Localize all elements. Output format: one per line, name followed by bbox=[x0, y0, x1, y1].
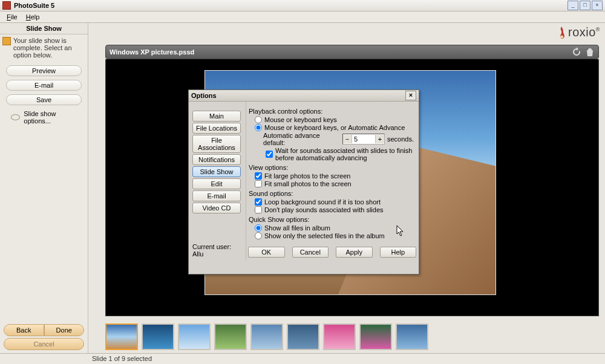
current-user-label: Current user: bbox=[192, 243, 231, 250]
slideshow-options-link[interactable]: Slide show options... bbox=[0, 107, 88, 125]
menu-file[interactable]: File bbox=[2, 12, 22, 22]
thumb-9[interactable] bbox=[396, 323, 428, 350]
thumb-4[interactable] bbox=[214, 323, 247, 350]
check-fit-small[interactable] bbox=[255, 180, 262, 187]
radio-show-all[interactable] bbox=[255, 224, 262, 232]
document-header: Windows XP pictures.pssd bbox=[105, 45, 599, 59]
back-button[interactable]: Back bbox=[4, 324, 44, 336]
apply-button[interactable]: Apply bbox=[336, 247, 373, 258]
trash-icon[interactable] bbox=[585, 47, 595, 57]
email-button[interactable]: E-mail bbox=[6, 80, 82, 91]
tab-file-associations[interactable]: File Associations bbox=[192, 135, 241, 153]
check-loop-bg-label: Loop background sound if it is too short bbox=[264, 198, 381, 206]
tab-video-cd[interactable]: Video CD bbox=[192, 203, 241, 213]
preview-button[interactable]: Preview bbox=[6, 65, 82, 76]
check-wait-sounds[interactable] bbox=[266, 151, 273, 158]
check-fit-large-label: Fit large photos to the screen bbox=[264, 172, 350, 180]
sidebar: Slide Show Your slide show is complete. … bbox=[0, 23, 88, 353]
auto-advance-pre-label: Automatic advance default: bbox=[263, 132, 340, 146]
auto-advance-post-label: seconds. bbox=[387, 135, 414, 143]
thumb-2[interactable] bbox=[142, 323, 174, 350]
options-dialog: Options × Main File Locations File Assoc… bbox=[188, 89, 419, 275]
dialog-panel: Playback control options: Mouse or keybo… bbox=[246, 102, 419, 260]
menu-help[interactable]: Help bbox=[22, 12, 44, 22]
minimize-button[interactable]: _ bbox=[567, 1, 578, 10]
dialog-title: Options bbox=[191, 92, 217, 99]
thumb-5[interactable] bbox=[250, 323, 283, 350]
radio-mouse-keyboard[interactable] bbox=[255, 116, 262, 123]
refresh-icon[interactable] bbox=[572, 47, 581, 57]
auto-advance-value[interactable]: 5 bbox=[352, 135, 375, 143]
check-dont-play[interactable] bbox=[255, 206, 262, 213]
auto-advance-stepper[interactable]: − 5 + bbox=[342, 134, 385, 145]
maximize-button[interactable]: □ bbox=[580, 1, 590, 10]
stepper-minus[interactable]: − bbox=[343, 135, 352, 143]
tab-file-locations[interactable]: File Locations bbox=[192, 123, 241, 134]
slideshow-options-label: Slide show options... bbox=[24, 110, 82, 125]
brand-text: roxio bbox=[568, 25, 596, 39]
radio-auto-advance-label: Mouse or keyboard keys, or Automatic Adv… bbox=[264, 124, 405, 131]
dialog-cancel-button[interactable]: Cancel bbox=[292, 247, 329, 258]
close-button[interactable]: × bbox=[592, 1, 603, 10]
status-bar: Slide 1 of 9 selected bbox=[0, 353, 605, 364]
window-title: PhotoSuite 5 bbox=[14, 2, 566, 9]
sidebar-header: Slide Show bbox=[0, 23, 88, 34]
filmstrip bbox=[105, 320, 599, 353]
view-header: View options: bbox=[249, 164, 414, 171]
tab-slide-show[interactable]: Slide Show bbox=[192, 166, 241, 177]
cancel-button[interactable]: Cancel bbox=[4, 338, 84, 350]
check-fit-small-label: Fit small photos to the screen bbox=[264, 180, 352, 187]
thumb-1[interactable] bbox=[105, 323, 138, 350]
thumb-7[interactable] bbox=[323, 323, 356, 350]
playback-header: Playback control options: bbox=[249, 108, 414, 115]
tab-main[interactable]: Main bbox=[192, 111, 241, 122]
thumb-3[interactable] bbox=[178, 323, 211, 350]
radio-show-all-label: Show all files in album bbox=[264, 224, 330, 232]
ok-button[interactable]: OK bbox=[248, 247, 285, 258]
ellipse-icon bbox=[11, 114, 20, 120]
done-button[interactable]: Done bbox=[44, 324, 85, 336]
tab-email[interactable]: E-mail bbox=[192, 190, 241, 201]
save-button[interactable]: Save bbox=[6, 94, 82, 105]
tab-edit[interactable]: Edit bbox=[192, 178, 241, 189]
tab-notifications[interactable]: Notifications bbox=[192, 154, 241, 165]
check-dont-play-label: Don't play sounds associated with slides bbox=[264, 206, 384, 213]
dialog-close-button[interactable]: × bbox=[405, 91, 416, 100]
sidebar-note-text: Your slide show is complete. Select an o… bbox=[13, 37, 85, 59]
current-user-value: Allu bbox=[192, 250, 231, 258]
brand-logo: roxio® bbox=[557, 25, 600, 39]
radio-show-selected[interactable] bbox=[255, 232, 262, 239]
info-icon bbox=[2, 37, 11, 45]
app-icon bbox=[2, 1, 11, 10]
flame-icon bbox=[557, 26, 566, 39]
quickshow-header: Quick Show options: bbox=[249, 216, 414, 223]
sound-header: Sound options: bbox=[249, 190, 414, 197]
radio-auto-advance[interactable] bbox=[255, 124, 262, 131]
radio-mouse-keyboard-label: Mouse or keyboard keys bbox=[264, 116, 337, 123]
check-loop-bg[interactable] bbox=[255, 198, 262, 206]
check-fit-large[interactable] bbox=[255, 172, 262, 180]
dialog-tabs: Main File Locations File Associations No… bbox=[192, 111, 241, 213]
thumb-6[interactable] bbox=[287, 323, 319, 350]
thumb-8[interactable] bbox=[359, 323, 392, 350]
stepper-plus[interactable]: + bbox=[375, 135, 384, 143]
radio-show-selected-label: Show only the selected files in the albu… bbox=[264, 232, 385, 239]
check-wait-sounds-label: Wait for sounds associated with slides t… bbox=[275, 147, 414, 161]
document-title: Windows XP pictures.pssd bbox=[110, 48, 568, 56]
svg-point-0 bbox=[560, 35, 563, 38]
help-button[interactable]: Help bbox=[380, 247, 417, 258]
